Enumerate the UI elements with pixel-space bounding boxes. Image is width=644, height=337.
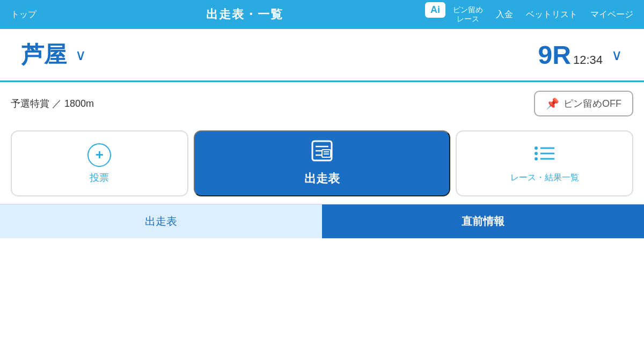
vote-icon: +: [87, 143, 111, 167]
header: トップ 出走表・一覧 Ai ピン留め レース 入金 ベットリスト マイページ: [0, 0, 644, 29]
header-title: 出走表・一覧: [36, 6, 453, 23]
results-button[interactable]: レース・結果一覧: [456, 130, 633, 196]
svg-point-7: [535, 146, 538, 150]
svg-point-9: [535, 152, 538, 155]
pin-button-label: ピン留めOFF: [564, 97, 621, 110]
nav-mypage[interactable]: マイページ: [590, 9, 633, 20]
results-icon: [533, 144, 557, 168]
nav-pin-race[interactable]: ピン留め レース: [453, 5, 483, 24]
subtab-row: 出走表 直前情報: [0, 204, 644, 238]
svg-point-11: [535, 157, 538, 160]
vote-label: 投票: [90, 171, 109, 184]
race-number: 9R12:34: [538, 40, 603, 70]
race-separator: ／: [52, 98, 62, 109]
selector-row: 芦屋 ∨ 9R12:34 ∨: [0, 29, 644, 82]
action-row: + 投票 出走表: [0, 125, 644, 202]
race-distance: 1800m: [64, 98, 94, 109]
race-info-text: 予選特賞 ／ 1800m: [11, 97, 94, 110]
venue-name: 芦屋: [21, 40, 67, 70]
nav-pin-line2: レース: [457, 14, 479, 24]
ai-badge: Ai: [425, 2, 445, 18]
nav-betlist[interactable]: ベットリスト: [526, 9, 577, 20]
shussohyo-icon: [310, 140, 334, 166]
shussohyo-label: 出走表: [304, 171, 340, 187]
pin-button[interactable]: 📌 ピン留めOFF: [534, 91, 633, 116]
race-info-row: 予選特賞 ／ 1800m 📌 ピン留めOFF: [0, 82, 644, 125]
nav-top[interactable]: トップ: [11, 9, 36, 20]
nav-deposit[interactable]: 入金: [496, 9, 513, 20]
nav-left: トップ: [11, 9, 36, 20]
subtab-shussohyo[interactable]: 出走表: [0, 204, 322, 238]
subtab-chokuzen[interactable]: 直前情報: [322, 204, 644, 238]
nav-right: ピン留め レース 入金 ベットリスト マイページ: [453, 5, 633, 24]
race-selector[interactable]: 9R12:34 ∨: [322, 40, 623, 70]
vote-button[interactable]: + 投票: [11, 130, 188, 196]
race-category: 予選特賞: [11, 98, 49, 109]
race-chevron[interactable]: ∨: [611, 46, 623, 64]
pin-icon: 📌: [546, 97, 559, 110]
nav-pin-line1: ピン留め: [453, 5, 483, 14]
race-time: 12:34: [573, 53, 603, 67]
venue-chevron[interactable]: ∨: [75, 46, 86, 64]
venue-selector[interactable]: 芦屋 ∨: [21, 40, 322, 70]
results-label: レース・結果一覧: [510, 172, 579, 184]
shussohyo-button[interactable]: 出走表: [194, 130, 450, 196]
